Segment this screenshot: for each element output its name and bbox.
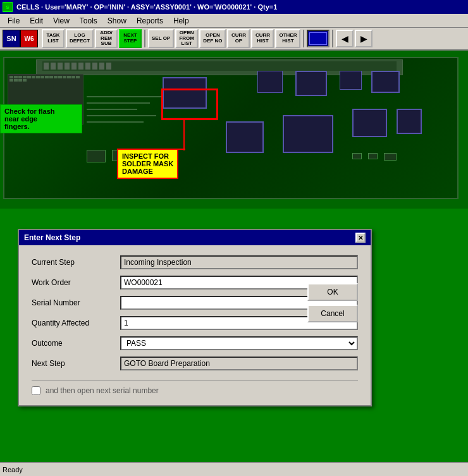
ok-button[interactable]: OK [307, 283, 358, 301]
open-next-serial-checkbox[interactable] [32, 386, 40, 395]
outcome-row: Outcome PASS FAIL HOLD [32, 336, 358, 350]
pcb-area: INSPECT FORSOLDER MASKDAMAGE Check for f… [0, 51, 468, 209]
button-area: OK Cancel [307, 283, 358, 322]
other-hist-button[interactable]: OTHERHIST [275, 29, 300, 48]
open-from-list-button[interactable]: OPENFROMLIST [175, 29, 198, 48]
status-bar: Ready [0, 462, 468, 476]
serial-number-label: Serial Number [32, 298, 120, 307]
add-rem-sub-button[interactable]: ADD/REMSUB [95, 29, 118, 48]
sel-op-button[interactable]: SEL OP [148, 29, 174, 48]
screen-preview [307, 30, 329, 47]
outcome-label: Outcome [32, 339, 120, 348]
log-defect-button[interactable]: LOGDEFECT [66, 29, 94, 48]
toolbar-separator-1 [144, 30, 145, 47]
next-step-button[interactable]: NEXTSTEP [119, 29, 142, 48]
menu-view[interactable]: View [48, 15, 75, 27]
work-order-label: Work Order [32, 278, 120, 287]
menu-bar: File Edit View Tools Show Reports Help [0, 14, 468, 28]
menu-tools[interactable]: Tools [75, 15, 102, 27]
logo-area: SN W6 [3, 30, 38, 47]
dialog-close-button[interactable]: ✕ [355, 233, 366, 243]
dialog-title-text: Enter Next Step [24, 233, 80, 242]
menu-show[interactable]: Show [102, 15, 132, 27]
open-def-no-button[interactable]: OPENDEF NO [199, 29, 226, 48]
current-step-label: Current Step [32, 258, 120, 267]
green-annotation-text: Check for flashnear edgefingers. [4, 107, 54, 130]
nav-back-button[interactable]: ◀ [336, 30, 354, 47]
cancel-button[interactable]: Cancel [307, 305, 358, 322]
next-step-row: Next Step [32, 357, 358, 370]
title-bar: S CELLS · User='MARY' · OP='ININ' · ASSY… [0, 0, 468, 14]
next-step-label: Next Step [32, 359, 120, 368]
curr-hist-button[interactable]: CURRHIST [251, 29, 274, 48]
quantity-label: Quantity Affected [32, 319, 120, 327]
toolbar-separator-2 [303, 30, 304, 47]
menu-help[interactable]: Help [168, 15, 194, 27]
outcome-select[interactable]: PASS FAIL HOLD [120, 336, 358, 350]
logo-sn: SN [3, 30, 20, 47]
menu-reports[interactable]: Reports [132, 15, 168, 27]
next-step-input [120, 357, 358, 370]
title-text: CELLS · User='MARY' · OP='ININ' · ASSY='… [16, 3, 277, 11]
green-annotation: Check for flashnear edgefingers. [0, 104, 82, 133]
yellow-annotation-text: INSPECT FORSOLDER MASKDAMAGE [122, 152, 173, 175]
dialog-title-bar: Enter Next Step ✕ [19, 230, 371, 245]
toolbar: SN W6 TASKLIST LOGDEFECT ADD/REMSUB NEXT… [0, 28, 468, 51]
toolbar-separator-3 [332, 30, 333, 47]
curr-op-button[interactable]: CURROP [227, 29, 250, 48]
pcb-highlight-box [161, 88, 218, 120]
current-step-row: Current Step [32, 255, 358, 269]
checkbox-label: and then open next serial number [46, 386, 159, 395]
checkbox-row: and then open next serial number [32, 381, 358, 395]
status-text: Ready [3, 466, 23, 473]
current-step-input [120, 255, 358, 269]
enter-next-step-dialog: Enter Next Step ✕ Current Step Work Orde… [18, 229, 372, 406]
menu-file[interactable]: File [3, 15, 25, 27]
logo-w6: W6 [20, 30, 38, 47]
dialog-content: Current Step Work Order Serial Number Qu… [19, 245, 371, 405]
outcome-select-wrapper: PASS FAIL HOLD [120, 336, 358, 350]
app-icon: S [3, 2, 13, 12]
nav-forward-button[interactable]: ▶ [355, 30, 373, 47]
task-list-button[interactable]: TASKLIST [42, 29, 65, 48]
menu-edit[interactable]: Edit [25, 15, 48, 27]
yellow-annotation: INSPECT FORSOLDER MASKDAMAGE [117, 149, 178, 179]
pcb-arrow [183, 119, 185, 150]
